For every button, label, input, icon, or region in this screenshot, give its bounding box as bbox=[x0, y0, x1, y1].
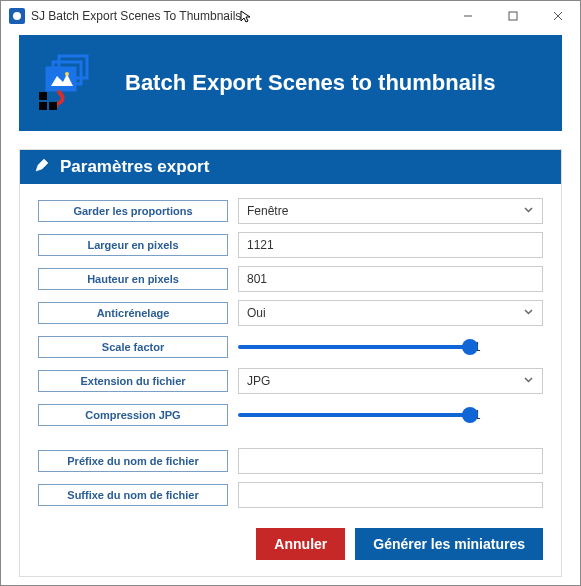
svg-point-9 bbox=[65, 72, 69, 76]
label-jpg-comp: Compression JPG bbox=[38, 404, 228, 426]
close-button[interactable] bbox=[535, 1, 580, 31]
slider-jpg-comp-thumb[interactable] bbox=[462, 407, 478, 423]
label-extension: Extension du fichier bbox=[38, 370, 228, 392]
slider-scale-thumb[interactable] bbox=[462, 339, 478, 355]
pencil-icon bbox=[34, 157, 50, 178]
svg-rect-12 bbox=[39, 102, 47, 110]
slider-jpg-comp[interactable] bbox=[238, 413, 470, 417]
label-scale: Scale factor bbox=[38, 336, 228, 358]
banner-title: Batch Export Scenes to thumbnails bbox=[125, 70, 495, 96]
titlebar: SJ Batch Export Scenes To Thumbnails bbox=[1, 1, 580, 31]
svg-rect-7 bbox=[47, 68, 75, 90]
row-width: Largeur en pixels 1121 bbox=[38, 232, 543, 258]
window-title: SJ Batch Export Scenes To Thumbnails bbox=[31, 9, 241, 23]
row-prefix: Préfixe du nom de fichier bbox=[38, 448, 543, 474]
input-width[interactable]: 1121 bbox=[238, 232, 543, 258]
select-keep-ratio-value: Fenêtre bbox=[247, 204, 288, 218]
section-body: Garder les proportions Fenêtre Largeur e… bbox=[20, 184, 561, 520]
action-bar: Annuler Générer les miniatures bbox=[20, 520, 561, 576]
banner: Batch Export Scenes to thumbnails bbox=[19, 35, 562, 131]
label-width: Largeur en pixels bbox=[38, 234, 228, 256]
input-width-value: 1121 bbox=[247, 238, 274, 252]
row-suffix: Suffixe du nom de fichier bbox=[38, 482, 543, 508]
input-height[interactable]: 801 bbox=[238, 266, 543, 292]
maximize-button[interactable] bbox=[490, 1, 535, 31]
svg-rect-11 bbox=[39, 92, 47, 100]
settings-card: Paramètres export Garder les proportions… bbox=[19, 149, 562, 577]
svg-point-0 bbox=[13, 12, 21, 20]
row-jpg-comp: Compression JPG 1 bbox=[38, 402, 543, 428]
chevron-down-icon bbox=[523, 306, 534, 320]
input-height-value: 801 bbox=[247, 272, 267, 286]
row-extension: Extension du fichier JPG bbox=[38, 368, 543, 394]
select-extension[interactable]: JPG bbox=[238, 368, 543, 394]
label-keep-ratio: Garder les proportions bbox=[38, 200, 228, 222]
cursor-icon bbox=[239, 9, 253, 23]
select-extension-value: JPG bbox=[247, 374, 270, 388]
label-suffix: Suffixe du nom de fichier bbox=[38, 484, 228, 506]
input-suffix[interactable] bbox=[238, 482, 543, 508]
generate-button[interactable]: Générer les miniatures bbox=[355, 528, 543, 560]
minimize-button[interactable] bbox=[445, 1, 490, 31]
chevron-down-icon bbox=[523, 374, 534, 388]
section-title: Paramètres export bbox=[60, 157, 209, 177]
input-prefix[interactable] bbox=[238, 448, 543, 474]
row-antialias: Anticrénelage Oui bbox=[38, 300, 543, 326]
cancel-button[interactable]: Annuler bbox=[256, 528, 345, 560]
label-antialias: Anticrénelage bbox=[38, 302, 228, 324]
slider-scale[interactable] bbox=[238, 345, 470, 349]
select-antialias[interactable]: Oui bbox=[238, 300, 543, 326]
svg-rect-2 bbox=[509, 12, 517, 20]
app-icon bbox=[9, 8, 25, 24]
section-header: Paramètres export bbox=[20, 150, 561, 184]
row-scale: Scale factor 1 bbox=[38, 334, 543, 360]
chevron-down-icon bbox=[523, 204, 534, 218]
banner-icon bbox=[37, 52, 107, 114]
row-keep-ratio: Garder les proportions Fenêtre bbox=[38, 198, 543, 224]
select-antialias-value: Oui bbox=[247, 306, 266, 320]
row-height: Hauteur en pixels 801 bbox=[38, 266, 543, 292]
label-prefix: Préfixe du nom de fichier bbox=[38, 450, 228, 472]
svg-rect-13 bbox=[49, 102, 57, 110]
select-keep-ratio[interactable]: Fenêtre bbox=[238, 198, 543, 224]
label-height: Hauteur en pixels bbox=[38, 268, 228, 290]
